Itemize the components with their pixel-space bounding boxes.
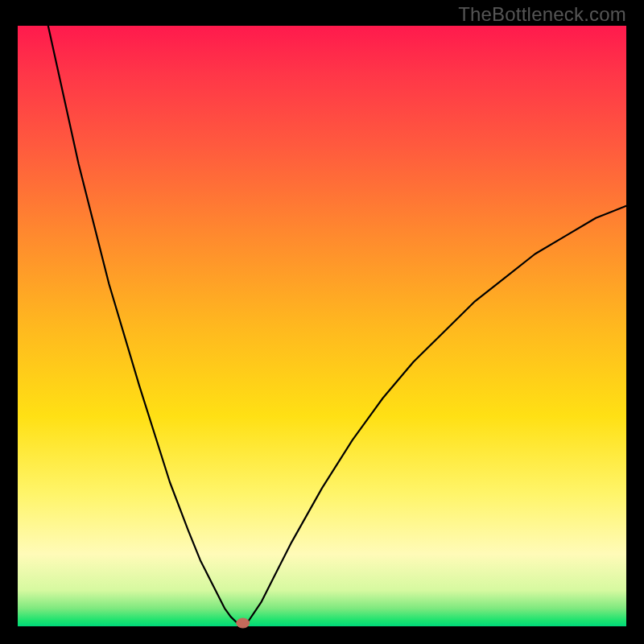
curve-left-branch <box>48 26 243 626</box>
bottleneck-curve <box>18 26 626 626</box>
watermark-text: TheBottleneck.com <box>458 3 626 26</box>
plot-area <box>18 26 626 626</box>
minimum-marker <box>237 618 250 628</box>
chart-frame: TheBottleneck.com <box>0 0 644 644</box>
curve-right-branch <box>243 206 626 626</box>
